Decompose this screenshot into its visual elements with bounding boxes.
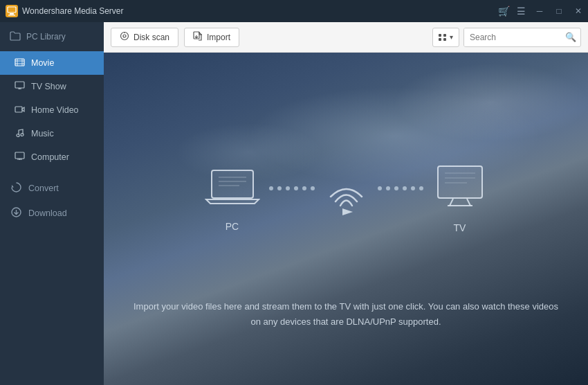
cart-icon[interactable]: 🛒 [498, 6, 510, 17]
svg-rect-11 [15, 107, 22, 112]
svg-point-20 [121, 33, 129, 40]
sidebar-item-computer[interactable]: Computer [0, 145, 104, 169]
app-body: PC Library Movie [0, 22, 588, 385]
sidebar-download-label: Download [28, 208, 67, 218]
sidebar: PC Library Movie [0, 22, 104, 385]
search-icon[interactable]: 🔍 [561, 28, 580, 47]
svg-point-21 [123, 35, 126, 37]
computer-icon [14, 152, 25, 163]
view-chevron-icon: ▾ [450, 33, 453, 41]
app-logo-icon [6, 5, 18, 17]
music-icon [14, 128, 25, 140]
homevideo-icon [14, 105, 25, 116]
sidebar-convert-label: Convert [28, 183, 59, 193]
right-dots [369, 186, 432, 190]
app-title: Wondershare Media Server [22, 6, 124, 16]
search-box[interactable]: 🔍 [463, 28, 581, 47]
svg-marker-17 [12, 185, 14, 188]
svg-point-12 [17, 134, 19, 136]
diagram-wifi [324, 176, 369, 220]
title-bar: Wondershare Media Server 🛒 ☰ ─ □ ✕ [0, 0, 588, 22]
sidebar-tvshow-label: TV Show [31, 82, 66, 91]
tv-icon [432, 163, 488, 214]
toolbar: Disk scan Import [104, 22, 588, 53]
sidebar-item-music[interactable]: Music [0, 122, 104, 145]
pc-label: PC [226, 221, 239, 232]
svg-rect-28 [212, 170, 253, 198]
view-toggle-button[interactable]: ▾ [432, 28, 459, 47]
sidebar-section-label: PC Library [26, 32, 66, 42]
svg-line-35 [450, 199, 453, 206]
disk-scan-label: Disk scan [134, 33, 169, 42]
info-line1: Import your video files here and stream … [134, 301, 558, 312]
import-label: Import [207, 33, 230, 42]
convert-icon [10, 181, 22, 195]
sidebar-homevideo-label: Home Video [31, 105, 79, 115]
sidebar-section-header: PC Library [0, 22, 104, 51]
diagram-tv: TV [432, 163, 488, 233]
svg-line-36 [467, 199, 470, 206]
sidebar-movie-label: Movie [31, 58, 54, 68]
disk-scan-button[interactable]: Disk scan [111, 28, 178, 47]
svg-rect-8 [15, 82, 24, 88]
svg-rect-14 [15, 152, 24, 159]
download-icon [10, 206, 22, 220]
sidebar-music-label: Music [31, 129, 54, 138]
wifi-icon [324, 176, 369, 220]
minimize-button[interactable]: ─ [530, 0, 549, 22]
sidebar-divider [0, 169, 104, 176]
sidebar-item-download[interactable]: Download [0, 201, 104, 226]
svg-point-13 [21, 133, 24, 136]
sidebar-item-movie[interactable]: Movie [0, 51, 104, 75]
tvshow-icon [14, 81, 25, 92]
info-text: Import your video files here and stream … [104, 299, 588, 330]
svg-marker-32 [342, 208, 353, 215]
center-content: PC [104, 53, 588, 385]
left-dots [260, 186, 324, 190]
diagram-pc: PC [205, 165, 260, 232]
sidebar-computer-label: Computer [31, 152, 69, 162]
svg-rect-34 [438, 166, 482, 198]
close-button[interactable]: ✕ [569, 0, 588, 22]
tv-label: TV [454, 222, 466, 233]
disk-scan-icon [120, 31, 129, 43]
svg-rect-0 [8, 7, 16, 12]
maximize-button[interactable]: □ [549, 0, 569, 22]
import-button[interactable]: Import [184, 28, 239, 47]
sidebar-item-convert[interactable]: Convert [0, 176, 104, 201]
main-area: Disk scan Import [104, 22, 588, 385]
titlebar-extra-icons: 🛒 ☰ [498, 6, 526, 17]
content-area: PC [104, 53, 588, 385]
pc-tv-diagram: PC [205, 163, 488, 233]
laptop-icon [205, 165, 260, 213]
info-line2: on any devices that are DLNA/UPnP suppor… [250, 316, 441, 327]
svg-rect-1 [10, 13, 14, 15]
logo-area: Wondershare Media Server [6, 5, 124, 17]
grid-view-icon [439, 34, 447, 41]
movie-icon [14, 58, 25, 69]
svg-rect-3 [15, 59, 24, 66]
sidebar-item-homevideo[interactable]: Home Video [0, 98, 104, 122]
window-controls: 🛒 ☰ ─ □ ✕ [498, 0, 588, 22]
search-input[interactable] [464, 28, 561, 46]
import-icon [193, 31, 203, 43]
list-icon[interactable]: ☰ [517, 6, 526, 17]
toolbar-right: ▾ 🔍 [432, 28, 581, 47]
sidebar-item-tvshow[interactable]: TV Show [0, 75, 104, 98]
folder-icon [10, 31, 21, 43]
